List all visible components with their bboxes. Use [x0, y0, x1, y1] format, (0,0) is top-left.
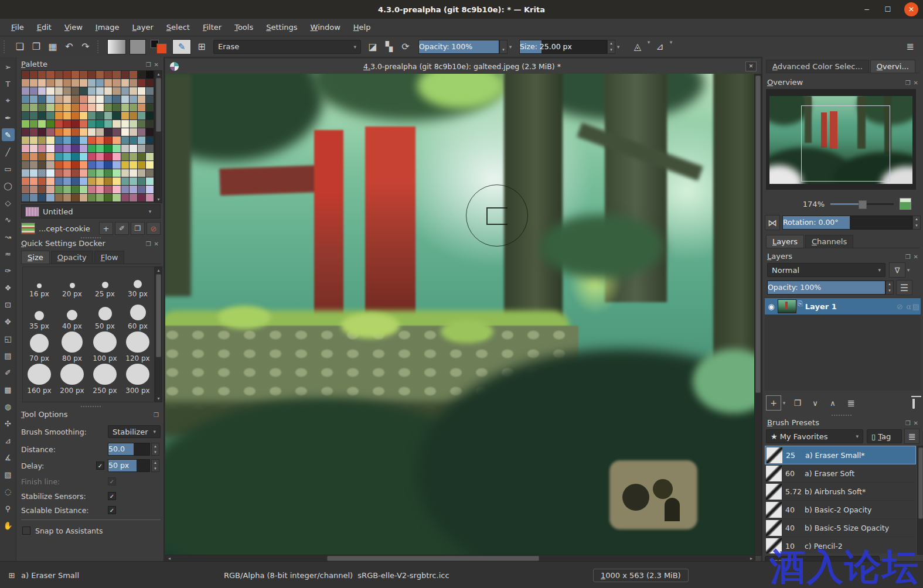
- ellipse-tool[interactable]: ◯: [2, 179, 15, 192]
- palette-swatch[interactable]: [71, 177, 80, 186]
- palette-swatch[interactable]: [30, 128, 38, 136]
- palette-swatch[interactable]: [71, 120, 80, 128]
- overview-thumbnail[interactable]: [766, 89, 916, 190]
- palette-swatch[interactable]: [104, 136, 113, 145]
- palette-swatch[interactable]: [30, 169, 38, 177]
- palette-swatch[interactable]: [71, 112, 80, 120]
- palette-swatch[interactable]: [104, 112, 113, 120]
- palette-swatch[interactable]: [88, 120, 96, 128]
- palette-swatch[interactable]: [104, 120, 113, 128]
- palette-swatch[interactable]: [96, 194, 104, 202]
- bezier-curve-tool[interactable]: ↝: [2, 230, 15, 243]
- image-dimensions-badge[interactable]: 1000 x 563 (2.3 MiB): [593, 569, 689, 582]
- palette-swatch[interactable]: [138, 145, 146, 153]
- palette-swatch[interactable]: [138, 95, 146, 104]
- palette-swatch[interactable]: [30, 95, 38, 104]
- palette-swatch[interactable]: [146, 169, 154, 177]
- palette-swatch[interactable]: [88, 95, 96, 104]
- palette-swatch[interactable]: [121, 161, 130, 169]
- palette-swatch[interactable]: [80, 95, 88, 104]
- palette-swatch[interactable]: [55, 112, 63, 120]
- mirror-horizontal-icon[interactable]: ◬: [629, 39, 646, 54]
- opacity-spinner[interactable]: ▾: [499, 40, 508, 54]
- menu-edit[interactable]: Edit: [30, 20, 58, 34]
- brush-preset-row[interactable]: 25a) Eraser Small*: [765, 446, 916, 464]
- palette-swatch[interactable]: [30, 194, 38, 202]
- palette-swatch[interactable]: [80, 104, 88, 112]
- palette-swatch[interactable]: [30, 145, 38, 153]
- tag-filter-select[interactable]: ★ My Favorites ▾: [766, 429, 863, 443]
- chevron-down-icon[interactable]: ▾: [668, 39, 674, 54]
- brush-size-preset[interactable]: 20 px: [56, 267, 88, 299]
- finish-line-checkbox[interactable]: ✓: [108, 477, 116, 486]
- layer-opacity-slider[interactable]: Opacity: 100%: [767, 281, 885, 295]
- brush-preset-row[interactable]: 40b) Basic-2 Opacity: [765, 501, 916, 519]
- palette-swatch[interactable]: [88, 104, 96, 112]
- palette-swatch[interactable]: [146, 145, 154, 153]
- canvas-vertical-scrollbar[interactable]: [754, 74, 762, 556]
- palette-swatch[interactable]: [30, 87, 38, 95]
- palette-swatch[interactable]: [63, 71, 71, 79]
- palette-swatch[interactable]: [138, 104, 146, 112]
- layer-properties-icon[interactable]: ☰: [896, 280, 912, 295]
- palette-swatch[interactable]: [130, 194, 138, 202]
- palette-swatch[interactable]: [63, 186, 71, 194]
- palette-swatch[interactable]: [46, 128, 55, 136]
- assistants-tool[interactable]: ⊿: [2, 434, 15, 447]
- palette-swatch[interactable]: [113, 87, 121, 95]
- delay-spinner[interactable]: ▴▾: [151, 459, 159, 472]
- close-docker-icon[interactable]: ✕: [914, 80, 918, 86]
- close-docker-icon[interactable]: ✕: [154, 241, 159, 247]
- menu-settings[interactable]: Settings: [260, 20, 304, 34]
- palette-swatch[interactable]: [63, 169, 71, 177]
- palette-swatch[interactable]: [130, 186, 138, 194]
- palette-swatch[interactable]: [146, 79, 154, 87]
- open-document-icon[interactable]: ❐: [28, 39, 45, 54]
- mirror-vertical-icon[interactable]: ⊿: [652, 39, 668, 54]
- float-docker-icon[interactable]: ❐: [146, 61, 151, 68]
- palette-swatch[interactable]: [46, 169, 55, 177]
- palette-swatch[interactable]: [146, 112, 154, 120]
- palette-swatch[interactable]: [55, 161, 63, 169]
- palette-swatch[interactable]: [104, 161, 113, 169]
- brush-size-preset[interactable]: 300 px: [121, 364, 154, 396]
- brush-size-preset[interactable]: 250 px: [88, 364, 121, 396]
- palette-swatch[interactable]: [22, 136, 30, 145]
- palette-swatch[interactable]: [38, 79, 46, 87]
- palette-swatch[interactable]: [55, 79, 63, 87]
- palette-swatch[interactable]: [46, 153, 55, 161]
- menu-file[interactable]: File: [5, 20, 30, 34]
- palette-swatch[interactable]: [96, 161, 104, 169]
- multibrush-tool[interactable]: ❖: [2, 281, 15, 294]
- palette-swatch[interactable]: [113, 95, 121, 104]
- palette-swatch[interactable]: [88, 128, 96, 136]
- palette-swatch[interactable]: [96, 120, 104, 128]
- snap-to-assistants-checkbox[interactable]: [22, 527, 30, 535]
- palette-swatch[interactable]: [63, 112, 71, 120]
- swatchbook-icon[interactable]: [21, 223, 35, 234]
- palette-swatch[interactable]: [38, 145, 46, 153]
- brush-size-preset-partial[interactable]: [23, 396, 56, 402]
- palette-swatch[interactable]: [55, 104, 63, 112]
- palette-swatch[interactable]: [130, 161, 138, 169]
- palette-swatch[interactable]: [121, 128, 130, 136]
- brush-size-preset[interactable]: 35 px: [23, 299, 56, 331]
- dynamic-brush-tool[interactable]: ✑: [2, 264, 15, 277]
- overview-viewport-rect[interactable]: [801, 105, 890, 182]
- palette-swatch[interactable]: [38, 104, 46, 112]
- palette-swatch[interactable]: [104, 169, 113, 177]
- filter-layers-icon[interactable]: ∇: [889, 262, 905, 278]
- palette-swatch[interactable]: [80, 161, 88, 169]
- palette-swatch[interactable]: [96, 95, 104, 104]
- scroll-down-icon[interactable]: ▾: [155, 396, 162, 401]
- layer-thumbnail[interactable]: [778, 299, 796, 313]
- delete-layer-button[interactable]: [912, 399, 915, 408]
- scalable-distance-checkbox[interactable]: ✓: [108, 506, 116, 514]
- layer-visibility-eye-icon[interactable]: ◉: [765, 299, 778, 314]
- palette-swatch[interactable]: [55, 136, 63, 145]
- palette-swatch[interactable]: [96, 112, 104, 120]
- palette-swatch[interactable]: [130, 87, 138, 95]
- palette-swatch[interactable]: [63, 104, 71, 112]
- palette-swatch[interactable]: [96, 153, 104, 161]
- palette-swatch[interactable]: [46, 71, 55, 79]
